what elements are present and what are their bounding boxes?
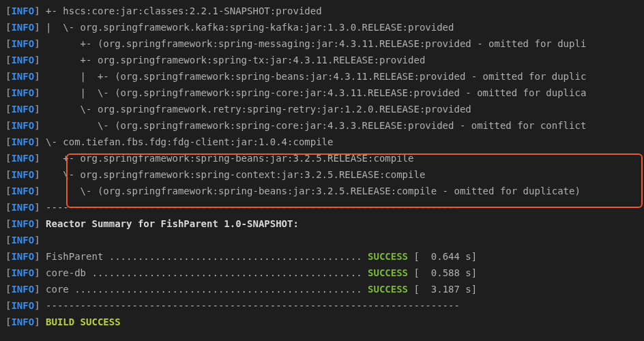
bracket-close: ] — [34, 153, 40, 164]
log-level: INFO — [11, 5, 34, 16]
build-time: [ 0.644 s] — [408, 248, 477, 265]
bracket-close: ] — [34, 186, 40, 196]
log-text: \- com.tiefan.fbs.fdg:fdg-client:jar:1.0… — [40, 134, 334, 150]
log-line: [INFO] \- org.springframework.retry:spri… — [5, 101, 639, 117]
bracket-close: ] — [34, 202, 40, 213]
log-level: INFO — [11, 38, 34, 49]
log-level: INFO — [11, 104, 34, 115]
log-level: INFO — [11, 316, 34, 327]
log-line: [INFO] +- hscs:core:jar:classes:2.2.1-SN… — [5, 3, 639, 19]
log-line: [INFO] \- com.tiefan.fbs.fdg:fdg-client:… — [5, 134, 639, 150]
log-line: [INFO] +- org.springframework:spring-bea… — [5, 150, 639, 166]
log-text: \- (org.springframework:spring-core:jar:… — [40, 117, 587, 134]
log-level: INFO — [11, 218, 34, 229]
log-level: INFO — [11, 169, 34, 180]
terminal-output: [INFO] +- hscs:core:jar:classes:2.2.1-SN… — [5, 3, 639, 330]
log-text: Reactor Summary for FishParent 1.0-SNAPS… — [40, 216, 299, 232]
log-level: INFO — [11, 22, 34, 33]
log-line: [INFO] | \- org.springframework.kafka:sp… — [5, 19, 639, 35]
log-level: INFO — [11, 251, 34, 262]
log-level: INFO — [11, 284, 34, 295]
bracket-close: ] — [34, 267, 40, 278]
log-line: [INFO] core-db .........................… — [5, 265, 639, 281]
log-line: [INFO] FishParent ......................… — [5, 248, 639, 265]
bracket-close: ] — [34, 120, 40, 131]
build-time: [ 3.187 s] — [408, 281, 477, 297]
log-level: INFO — [11, 55, 34, 65]
bracket-close: ] — [34, 136, 40, 147]
bracket-close: ] — [34, 5, 40, 16]
log-line: [INFO] BUILD SUCCESS — [5, 314, 639, 330]
bracket-close: ] — [34, 300, 40, 311]
bracket-close: ] — [34, 87, 40, 98]
log-level: INFO — [11, 153, 34, 164]
log-text: +- hscs:core:jar:classes:2.2.1-SNAPSHOT:… — [40, 3, 322, 19]
log-line: [INFO] \- (org.springframework:spring-be… — [5, 183, 639, 199]
log-level: INFO — [11, 120, 34, 131]
log-level: INFO — [11, 235, 34, 246]
dots-fill: ........................................… — [69, 281, 368, 297]
bracket-close: ] — [34, 104, 40, 115]
log-line: [INFO] Reactor Summary for FishParent 1.… — [5, 216, 639, 232]
log-level: INFO — [11, 267, 34, 278]
log-level: INFO — [11, 136, 34, 147]
bracket-close: ] — [34, 38, 40, 49]
log-text: | \- org.springframework.kafka:spring-ka… — [40, 19, 454, 35]
log-text: ----------------------------------------… — [40, 297, 460, 314]
log-line: [INFO] +- org.springframework:spring-tx:… — [5, 52, 639, 68]
log-text: +- org.springframework:spring-beans:jar:… — [40, 150, 414, 166]
bracket-close: ] — [34, 55, 40, 65]
log-level: INFO — [11, 202, 34, 213]
log-line: [INFO] ---------------------------------… — [5, 199, 639, 216]
dots-fill: ........................................… — [103, 248, 368, 265]
bracket-close: ] — [34, 22, 40, 33]
dots-fill: ........................................… — [86, 265, 368, 281]
bracket-close: ] — [34, 71, 40, 82]
module-name: core — [40, 281, 69, 297]
module-name: FishParent — [40, 248, 104, 265]
build-success-label: BUILD SUCCESS — [40, 314, 121, 330]
log-text: \- (org.springframework:spring-beans:jar… — [40, 183, 581, 199]
log-line: [INFO] +- (org.springframework:spring-me… — [5, 35, 639, 52]
log-line: [INFO] \- (org.springframework:spring-co… — [5, 117, 639, 134]
log-line: [INFO] — [5, 232, 639, 248]
bracket-close: ] — [34, 316, 40, 327]
bracket-close: ] — [34, 235, 40, 246]
log-level: INFO — [11, 186, 34, 196]
build-time: [ 0.588 s] — [408, 265, 477, 281]
log-line: [INFO] | \- (org.springframework:spring-… — [5, 85, 639, 101]
bracket-close: ] — [34, 169, 40, 180]
log-text: | +- (org.springframework:spring-beans:j… — [40, 68, 587, 85]
log-text: \- org.springframework:spring-context:ja… — [40, 166, 426, 183]
log-text: | \- (org.springframework:spring-core:ja… — [40, 85, 587, 101]
bracket-close: ] — [34, 284, 40, 295]
log-level: INFO — [11, 300, 34, 311]
log-text: +- org.springframework:spring-tx:jar:4.3… — [40, 52, 426, 68]
log-level: INFO — [11, 87, 34, 98]
log-line: [INFO] \- org.springframework:spring-con… — [5, 166, 639, 183]
bracket-close: ] — [34, 251, 40, 262]
build-status: SUCCESS — [368, 265, 408, 281]
log-line: [INFO] ---------------------------------… — [5, 297, 639, 314]
log-text: ----------------------------------------… — [40, 199, 460, 216]
log-text: +- (org.springframework:spring-messaging… — [40, 35, 587, 52]
log-line: [INFO] | +- (org.springframework:spring-… — [5, 68, 639, 85]
log-line: [INFO] core ............................… — [5, 281, 639, 297]
build-status: SUCCESS — [368, 281, 408, 297]
module-name: core-db — [40, 265, 86, 281]
bracket-close: ] — [34, 218, 40, 229]
build-status: SUCCESS — [368, 248, 408, 265]
log-text: \- org.springframework.retry:spring-retr… — [40, 101, 471, 117]
log-level: INFO — [11, 71, 34, 82]
